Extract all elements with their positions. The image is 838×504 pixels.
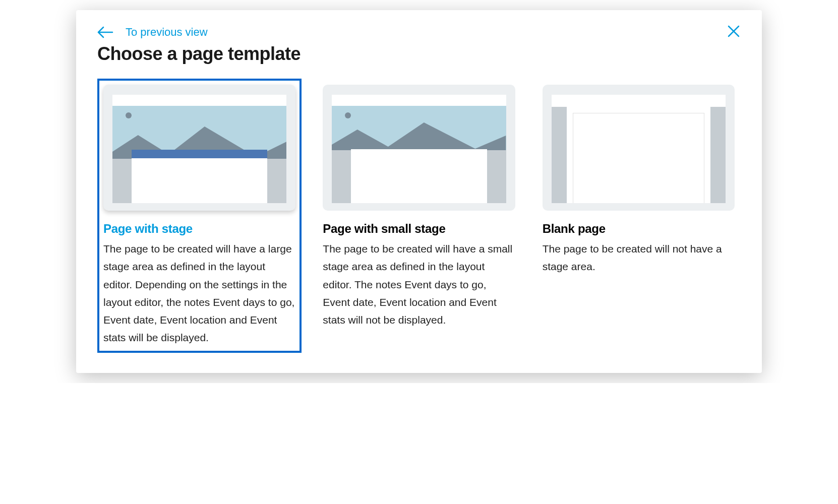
close-button[interactable] xyxy=(727,24,741,40)
template-title: Blank page xyxy=(543,222,735,236)
svg-marker-4 xyxy=(332,122,506,151)
template-description: The page to be created will have a large… xyxy=(103,240,295,347)
template-thumbnail xyxy=(103,85,295,211)
modal-header: To previous view xyxy=(97,24,741,40)
page-title: Choose a page template xyxy=(97,43,741,65)
template-thumbnail xyxy=(323,85,515,211)
template-title: Page with small stage xyxy=(323,222,515,236)
templates-grid: Page with stage The page to be created w… xyxy=(97,79,741,353)
template-title: Page with stage xyxy=(103,222,295,236)
close-icon xyxy=(727,24,741,40)
template-card-blank-page[interactable]: Blank page The page to be created will n… xyxy=(536,79,741,353)
template-thumbnail xyxy=(543,85,735,211)
template-description: The page to be created will not have a s… xyxy=(543,240,735,276)
back-label: To previous view xyxy=(126,26,208,39)
template-card-page-with-stage[interactable]: Page with stage The page to be created w… xyxy=(97,79,302,353)
back-button[interactable]: To previous view xyxy=(97,26,208,39)
template-card-page-with-small-stage[interactable]: Page with small stage The page to be cre… xyxy=(317,79,521,353)
arrow-left-icon xyxy=(97,26,113,38)
template-description: The page to be created will have a small… xyxy=(323,240,515,329)
template-picker-modal: To previous view Choose a page template xyxy=(76,10,762,373)
